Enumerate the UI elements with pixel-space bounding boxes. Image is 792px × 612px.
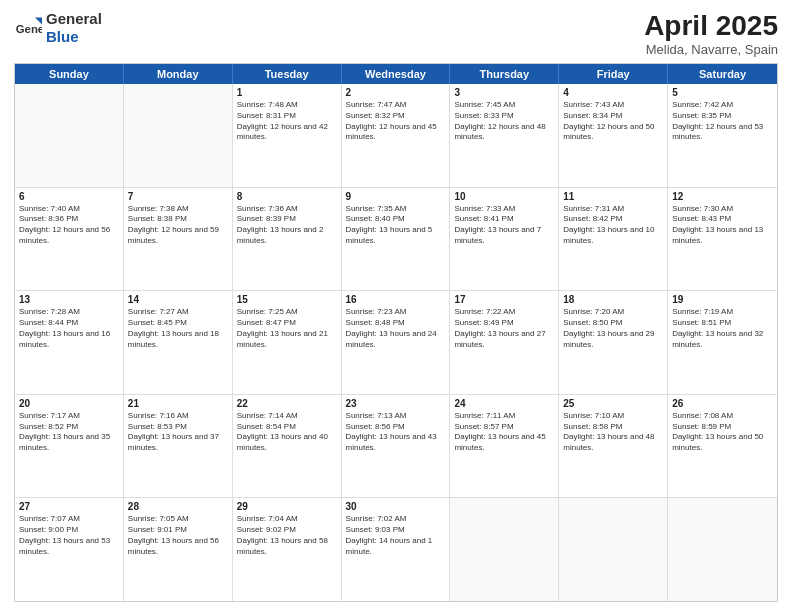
- cell-text: Sunrise: 7:43 AM Sunset: 8:34 PM Dayligh…: [563, 100, 663, 143]
- day-number: 21: [128, 398, 228, 409]
- day-number: 10: [454, 191, 554, 202]
- calendar-cell: 24Sunrise: 7:11 AM Sunset: 8:57 PM Dayli…: [450, 395, 559, 498]
- calendar-cell: 22Sunrise: 7:14 AM Sunset: 8:54 PM Dayli…: [233, 395, 342, 498]
- weekday-header: Wednesday: [342, 64, 451, 84]
- title-block: April 2025 Melida, Navarre, Spain: [644, 10, 778, 57]
- weekday-header: Monday: [124, 64, 233, 84]
- cell-text: Sunrise: 7:38 AM Sunset: 8:38 PM Dayligh…: [128, 204, 228, 247]
- svg-text:General: General: [16, 23, 42, 35]
- cell-text: Sunrise: 7:02 AM Sunset: 9:03 PM Dayligh…: [346, 514, 446, 557]
- day-number: 16: [346, 294, 446, 305]
- day-number: 12: [672, 191, 773, 202]
- calendar-cell: [124, 84, 233, 187]
- cell-text: Sunrise: 7:31 AM Sunset: 8:42 PM Dayligh…: [563, 204, 663, 247]
- day-number: 1: [237, 87, 337, 98]
- calendar-cell: [668, 498, 777, 601]
- cell-text: Sunrise: 7:07 AM Sunset: 9:00 PM Dayligh…: [19, 514, 119, 557]
- cell-text: Sunrise: 7:20 AM Sunset: 8:50 PM Dayligh…: [563, 307, 663, 350]
- cell-text: Sunrise: 7:04 AM Sunset: 9:02 PM Dayligh…: [237, 514, 337, 557]
- cell-text: Sunrise: 7:11 AM Sunset: 8:57 PM Dayligh…: [454, 411, 554, 454]
- cell-text: Sunrise: 7:22 AM Sunset: 8:49 PM Dayligh…: [454, 307, 554, 350]
- weekday-header: Saturday: [668, 64, 777, 84]
- logo-blue: Blue: [46, 28, 79, 45]
- day-number: 5: [672, 87, 773, 98]
- cell-text: Sunrise: 7:35 AM Sunset: 8:40 PM Dayligh…: [346, 204, 446, 247]
- logo: General General Blue: [14, 10, 102, 46]
- calendar-row: 20Sunrise: 7:17 AM Sunset: 8:52 PM Dayli…: [15, 395, 777, 499]
- weekday-header: Thursday: [450, 64, 559, 84]
- calendar-cell: 5Sunrise: 7:42 AM Sunset: 8:35 PM Daylig…: [668, 84, 777, 187]
- calendar-cell: 28Sunrise: 7:05 AM Sunset: 9:01 PM Dayli…: [124, 498, 233, 601]
- cell-text: Sunrise: 7:45 AM Sunset: 8:33 PM Dayligh…: [454, 100, 554, 143]
- cell-text: Sunrise: 7:13 AM Sunset: 8:56 PM Dayligh…: [346, 411, 446, 454]
- calendar-cell: 16Sunrise: 7:23 AM Sunset: 8:48 PM Dayli…: [342, 291, 451, 394]
- day-number: 20: [19, 398, 119, 409]
- day-number: 27: [19, 501, 119, 512]
- calendar-cell: 23Sunrise: 7:13 AM Sunset: 8:56 PM Dayli…: [342, 395, 451, 498]
- calendar-cell: 18Sunrise: 7:20 AM Sunset: 8:50 PM Dayli…: [559, 291, 668, 394]
- day-number: 6: [19, 191, 119, 202]
- calendar-cell: [559, 498, 668, 601]
- calendar-header: SundayMondayTuesdayWednesdayThursdayFrid…: [15, 64, 777, 84]
- day-number: 3: [454, 87, 554, 98]
- cell-text: Sunrise: 7:05 AM Sunset: 9:01 PM Dayligh…: [128, 514, 228, 557]
- header: General General Blue April 2025 Melida, …: [14, 10, 778, 57]
- weekday-header: Tuesday: [233, 64, 342, 84]
- weekday-header: Friday: [559, 64, 668, 84]
- day-number: 4: [563, 87, 663, 98]
- calendar-row: 6Sunrise: 7:40 AM Sunset: 8:36 PM Daylig…: [15, 188, 777, 292]
- cell-text: Sunrise: 7:47 AM Sunset: 8:32 PM Dayligh…: [346, 100, 446, 143]
- calendar-cell: 29Sunrise: 7:04 AM Sunset: 9:02 PM Dayli…: [233, 498, 342, 601]
- logo-general: General: [46, 10, 102, 27]
- calendar-cell: [450, 498, 559, 601]
- cell-text: Sunrise: 7:28 AM Sunset: 8:44 PM Dayligh…: [19, 307, 119, 350]
- page: General General Blue April 2025 Melida, …: [0, 0, 792, 612]
- day-number: 30: [346, 501, 446, 512]
- calendar-cell: 4Sunrise: 7:43 AM Sunset: 8:34 PM Daylig…: [559, 84, 668, 187]
- calendar-cell: 25Sunrise: 7:10 AM Sunset: 8:58 PM Dayli…: [559, 395, 668, 498]
- cell-text: Sunrise: 7:36 AM Sunset: 8:39 PM Dayligh…: [237, 204, 337, 247]
- calendar-row: 27Sunrise: 7:07 AM Sunset: 9:00 PM Dayli…: [15, 498, 777, 601]
- location: Melida, Navarre, Spain: [644, 42, 778, 57]
- day-number: 13: [19, 294, 119, 305]
- calendar-cell: 11Sunrise: 7:31 AM Sunset: 8:42 PM Dayli…: [559, 188, 668, 291]
- calendar-cell: 10Sunrise: 7:33 AM Sunset: 8:41 PM Dayli…: [450, 188, 559, 291]
- calendar-cell: [15, 84, 124, 187]
- calendar-cell: 12Sunrise: 7:30 AM Sunset: 8:43 PM Dayli…: [668, 188, 777, 291]
- cell-text: Sunrise: 7:23 AM Sunset: 8:48 PM Dayligh…: [346, 307, 446, 350]
- day-number: 8: [237, 191, 337, 202]
- cell-text: Sunrise: 7:25 AM Sunset: 8:47 PM Dayligh…: [237, 307, 337, 350]
- calendar-cell: 19Sunrise: 7:19 AM Sunset: 8:51 PM Dayli…: [668, 291, 777, 394]
- calendar-row: 13Sunrise: 7:28 AM Sunset: 8:44 PM Dayli…: [15, 291, 777, 395]
- day-number: 17: [454, 294, 554, 305]
- cell-text: Sunrise: 7:16 AM Sunset: 8:53 PM Dayligh…: [128, 411, 228, 454]
- day-number: 11: [563, 191, 663, 202]
- calendar-cell: 14Sunrise: 7:27 AM Sunset: 8:45 PM Dayli…: [124, 291, 233, 394]
- cell-text: Sunrise: 7:42 AM Sunset: 8:35 PM Dayligh…: [672, 100, 773, 143]
- calendar-cell: 27Sunrise: 7:07 AM Sunset: 9:00 PM Dayli…: [15, 498, 124, 601]
- weekday-header: Sunday: [15, 64, 124, 84]
- day-number: 24: [454, 398, 554, 409]
- day-number: 29: [237, 501, 337, 512]
- cell-text: Sunrise: 7:27 AM Sunset: 8:45 PM Dayligh…: [128, 307, 228, 350]
- day-number: 2: [346, 87, 446, 98]
- cell-text: Sunrise: 7:08 AM Sunset: 8:59 PM Dayligh…: [672, 411, 773, 454]
- cell-text: Sunrise: 7:19 AM Sunset: 8:51 PM Dayligh…: [672, 307, 773, 350]
- calendar-cell: 15Sunrise: 7:25 AM Sunset: 8:47 PM Dayli…: [233, 291, 342, 394]
- cell-text: Sunrise: 7:30 AM Sunset: 8:43 PM Dayligh…: [672, 204, 773, 247]
- day-number: 26: [672, 398, 773, 409]
- calendar-cell: 9Sunrise: 7:35 AM Sunset: 8:40 PM Daylig…: [342, 188, 451, 291]
- calendar-cell: 13Sunrise: 7:28 AM Sunset: 8:44 PM Dayli…: [15, 291, 124, 394]
- calendar-cell: 20Sunrise: 7:17 AM Sunset: 8:52 PM Dayli…: [15, 395, 124, 498]
- cell-text: Sunrise: 7:48 AM Sunset: 8:31 PM Dayligh…: [237, 100, 337, 143]
- day-number: 22: [237, 398, 337, 409]
- month-year: April 2025: [644, 10, 778, 42]
- cell-text: Sunrise: 7:17 AM Sunset: 8:52 PM Dayligh…: [19, 411, 119, 454]
- logo-icon: General: [14, 14, 42, 42]
- day-number: 7: [128, 191, 228, 202]
- logo-text: General Blue: [46, 10, 102, 46]
- cell-text: Sunrise: 7:40 AM Sunset: 8:36 PM Dayligh…: [19, 204, 119, 247]
- cell-text: Sunrise: 7:10 AM Sunset: 8:58 PM Dayligh…: [563, 411, 663, 454]
- calendar-cell: 2Sunrise: 7:47 AM Sunset: 8:32 PM Daylig…: [342, 84, 451, 187]
- day-number: 23: [346, 398, 446, 409]
